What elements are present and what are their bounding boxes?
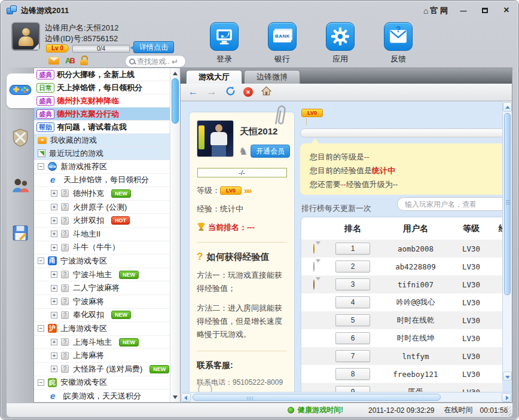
rank-button[interactable]: 3 (335, 278, 370, 290)
game-tree-item[interactable]: 火拼原子 (公测) (34, 201, 170, 214)
ranking-table-row[interactable]: 6 时时在线坤 LV30 6 (301, 329, 502, 347)
game-tree-item[interactable]: 奉化双扣 NEW (34, 309, 170, 323)
scroll-up-arrow[interactable] (503, 102, 512, 112)
action-login-button[interactable]: 登录 (209, 22, 240, 65)
rank-button[interactable]: 1 (335, 243, 370, 255)
expand-toggle-icon[interactable] (51, 190, 57, 197)
action-feedback-button[interactable]: ?反馈 (383, 22, 414, 65)
expand-toggle-icon[interactable] (51, 231, 57, 237)
rank-button[interactable]: 7 (335, 350, 370, 362)
sidebar-item-match-shield[interactable] (7, 121, 34, 156)
scroll-down-arrow[interactable] (170, 393, 181, 401)
scroll-down-arrow[interactable] (503, 372, 512, 381)
game-tree-item[interactable]: 德州扑克 NEW (34, 187, 170, 201)
ranking-table-row[interactable]: 4 吟吟@@我心 LV30 6 (301, 293, 502, 311)
game-tree-item[interactable]: 火拼双扣 HOT (34, 214, 170, 228)
sidebar-item-friends[interactable] (7, 169, 34, 204)
game-tree-item[interactable]: 皖 安徽游戏专区 (34, 376, 170, 390)
favorites-row[interactable]: 我收藏的游戏 (34, 134, 170, 147)
home-page-icon[interactable] (261, 86, 271, 99)
expand-toggle-icon[interactable] (38, 257, 44, 264)
game-tree-item[interactable]: 上海麻将 (34, 349, 170, 363)
ranking-table-row[interactable]: 5 时时在线乾 LV30 6 (301, 311, 502, 329)
game-tree-item[interactable]: 二人宁波麻将 (34, 281, 170, 295)
close-button[interactable] (500, 6, 512, 16)
rank-button[interactable]: 8 (335, 368, 370, 380)
details-button[interactable]: 详情点击 (133, 41, 174, 53)
tab-weibo[interactable]: 边锋微博 (244, 70, 300, 84)
announcement-item[interactable]: 盛典 积分大挪移，全新上线 (34, 68, 170, 81)
open-vip-button[interactable]: 开通会员 (251, 145, 290, 158)
expand-toggle-icon[interactable] (38, 163, 44, 170)
game-tree-item[interactable]: e 皖美游戏，天天送积分 (34, 390, 170, 402)
scroll-left-arrow[interactable] (181, 393, 191, 402)
ranking-table-row[interactable]: 8 freeboy121 LV30 6 (301, 365, 502, 383)
game-tree-item[interactable]: 沪 上海游戏专区 (34, 322, 170, 336)
scroll-thumb[interactable] (193, 394, 441, 401)
stop-icon[interactable] (243, 87, 253, 97)
game-tree-item[interactable]: e 天上掉馅饼，每日领积分 (34, 174, 170, 188)
sidebar-item-gamepad[interactable] (7, 73, 34, 108)
enter-icon[interactable] (172, 56, 178, 67)
expand-toggle-icon[interactable] (51, 339, 57, 345)
ranking-table-row[interactable]: 3 tifni007 LV30 6 (301, 275, 502, 293)
ranking-table-row[interactable]: 7 lntfym LV30 6 (301, 347, 502, 365)
scroll-right-arrow[interactable] (502, 393, 511, 402)
user-avatar[interactable] (11, 22, 40, 51)
refresh-icon[interactable] (225, 86, 236, 99)
rank-button[interactable]: 2 (335, 260, 370, 272)
ranking-table-row[interactable]: 9 匪蛋 LV30 6 (301, 383, 502, 392)
game-list-scrollbar[interactable] (170, 68, 180, 402)
scroll-thumb[interactable] (504, 113, 511, 295)
game-tree-item[interactable]: 宁波麻将 (34, 295, 170, 309)
recent-games-row[interactable]: 最近玩过的游戏 (34, 147, 170, 160)
scroll-up-arrow[interactable] (170, 69, 181, 78)
announcement-item[interactable]: 盛典 德州扑克财神降临 (34, 94, 170, 108)
expand-toggle-icon[interactable] (51, 244, 57, 251)
level-arrows-icon[interactable]: »» (244, 186, 251, 195)
rank-button[interactable]: 6 (335, 332, 370, 344)
game-search-box[interactable] (125, 55, 186, 68)
expand-toggle-icon[interactable] (51, 312, 57, 318)
game-tree-item[interactable]: 甬 宁波游戏专区 (34, 255, 170, 268)
expand-toggle-icon[interactable] (51, 204, 57, 210)
expand-toggle-icon[interactable] (38, 325, 44, 332)
maximize-button[interactable] (479, 6, 491, 16)
content-vertical-scrollbar[interactable] (502, 102, 512, 382)
login-monitor-icon[interactable] (210, 22, 239, 51)
avatar-dropdown-icon[interactable] (33, 44, 39, 50)
game-tree-item[interactable]: NEW 新游戏推荐区 (34, 160, 170, 174)
rank-button[interactable]: 9 (335, 386, 370, 392)
game-tree-item[interactable]: 斗地主II (34, 228, 170, 241)
rank-button[interactable]: 4 (335, 296, 370, 308)
expand-toggle-icon[interactable] (51, 352, 57, 359)
action-bank-button[interactable]: BANK银行 (267, 22, 298, 65)
mail-icon[interactable] (48, 57, 59, 65)
expand-toggle-icon[interactable] (51, 217, 57, 224)
forward-icon[interactable] (206, 86, 217, 98)
player-search-input[interactable] (397, 197, 502, 211)
minimize-button[interactable] (457, 6, 469, 16)
ranking-table-row[interactable]: 2 ab4228809 LV30 6 (301, 257, 502, 275)
resize-grip[interactable] (502, 406, 511, 416)
expand-toggle-icon[interactable] (51, 271, 57, 278)
expand-toggle-icon[interactable] (38, 379, 44, 386)
rank-button[interactable]: 5 (335, 314, 370, 326)
official-site-link[interactable]: 官 网 (423, 5, 448, 16)
gear-icon[interactable] (326, 22, 355, 51)
sidebar-item-game-record[interactable] (7, 217, 34, 252)
scroll-thumb[interactable] (172, 78, 179, 124)
action-apps-button[interactable]: 应用 (325, 22, 356, 65)
ab-signature-icon[interactable]: AB (65, 56, 74, 65)
game-tree-item[interactable]: 上海斗地主 NEW (34, 336, 170, 350)
game-tree-item[interactable]: 宁波斗地主 NEW (34, 268, 170, 282)
announcement-item[interactable]: 日常 天上掉馅饼，每日领积分 (34, 81, 170, 94)
game-tree-item[interactable]: 斗牛（牛牛） (34, 241, 170, 255)
content-horizontal-scrollbar[interactable] (181, 392, 512, 402)
announcement-item[interactable]: 盛典 德州扑克聚分行动 (34, 108, 170, 121)
lock-icon[interactable] (80, 56, 88, 65)
expand-toggle-icon[interactable] (51, 366, 57, 372)
tab-game-lobby[interactable]: 游戏大厅 (186, 70, 242, 84)
back-icon[interactable] (188, 86, 199, 98)
announcement-item[interactable]: 帮助 有问题，请试着点我 (34, 121, 170, 134)
